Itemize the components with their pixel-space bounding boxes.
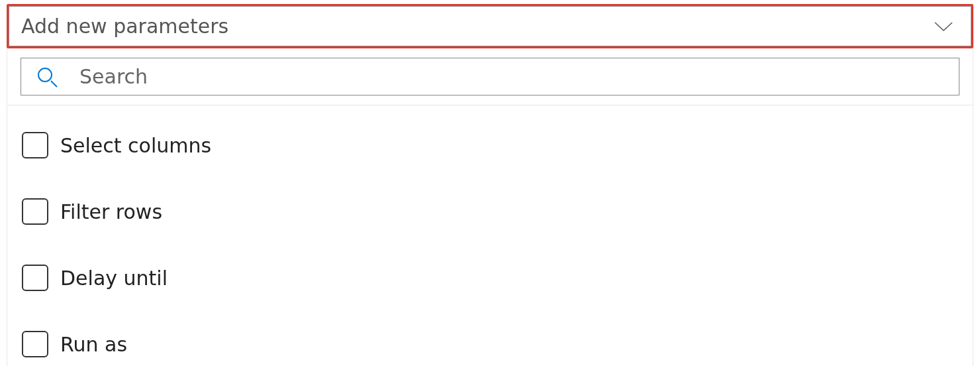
option-list: Select columns Filter rows Delay until R… <box>21 112 959 365</box>
search-icon <box>36 66 58 88</box>
svg-point-0 <box>38 68 52 82</box>
checkbox-filter-rows[interactable] <box>22 198 48 225</box>
dropdown-placeholder-text: Add new parameters <box>21 15 228 38</box>
checkbox-run-as[interactable] <box>22 331 48 357</box>
add-new-parameters-dropdown[interactable]: Add new parameters <box>9 6 971 46</box>
option-label: Run as <box>60 333 127 356</box>
option-select-columns[interactable]: Select columns <box>21 124 959 166</box>
checkbox-delay-until[interactable] <box>22 265 48 291</box>
parameters-dropdown-container: Add new parameters Select columns <box>0 4 980 366</box>
option-label: Delay until <box>60 267 168 290</box>
checkbox-select-columns[interactable] <box>22 132 48 158</box>
option-filter-rows[interactable]: Filter rows <box>21 190 959 233</box>
chevron-down-icon <box>932 15 955 38</box>
option-label: Filter rows <box>60 200 162 223</box>
panel-divider <box>7 105 973 105</box>
search-box[interactable] <box>21 58 959 95</box>
option-delay-until[interactable]: Delay until <box>21 257 959 299</box>
add-new-parameters-dropdown-highlight: Add new parameters <box>7 4 973 48</box>
dropdown-panel: Select columns Filter rows Delay until R… <box>7 48 973 366</box>
search-input[interactable] <box>79 65 944 88</box>
option-label: Select columns <box>60 134 211 157</box>
svg-line-1 <box>51 81 57 87</box>
option-run-as[interactable]: Run as <box>21 323 959 365</box>
